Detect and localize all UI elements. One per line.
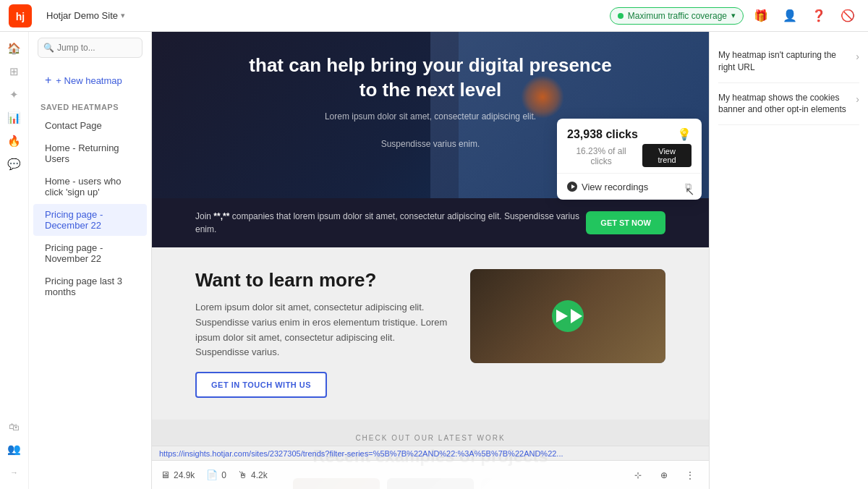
website-preview: that can help bring your digital presenc… [152,32,709,489]
play-icon [567,182,577,192]
page-icon: 📄 [206,469,218,480]
content-area: that can help bring your digital presenc… [152,32,709,489]
right-panel-item-2[interactable]: My heatmap shows the cookies banner and … [718,83,859,126]
url-text: https://insights.hotjar.com/sites/232730… [159,449,563,458]
cursor-tool[interactable]: ⊹ [628,465,648,485]
play-triangle [556,310,568,323]
user-icon[interactable]: 👤 [778,4,801,27]
hero-subtitle-2: Suspendisse varius enim. [381,139,480,149]
main-area: 🏠 ⊞ ✦ 📊 🔥 💬 🛍 👥 → 🔍 + [0,32,868,489]
nav-grid-icon[interactable]: ⊞ [4,61,25,82]
site-selector-chevron: ▾ [121,11,125,20]
contact-button[interactable]: GET IN TOUCH WITH US [195,372,327,398]
nav-chart-icon[interactable]: 📊 [4,107,25,129]
bottom-bar: 🖥 24.9k 📄 0 🖱 4.2k ⊹ ⊕ ⋮ [152,460,709,489]
sidebar-item-pricing-dec[interactable]: Pricing page - December 22 [33,204,147,236]
page-count: 0 [221,470,226,480]
nav-expand-icon[interactable]: → [4,462,25,483]
site-name: Hotjar Demo Site [46,10,118,21]
cta-get-started-button[interactable]: GET ST NOW [586,211,665,234]
sidebar-section-title: Saved heatmaps [29,97,151,114]
video-play-button[interactable] [552,300,584,332]
lightbulb-icon: 💡 [677,127,692,141]
join-text: Join **,** companies that lorem ipsum do… [195,210,586,236]
learn-more-body: Lorem ipsum dolor sit amet, consectetur … [195,300,448,360]
right-panel-chevron-2: › [856,93,859,105]
search-icon: 🔍 [43,43,54,53]
nav-person-icon[interactable]: 👥 [4,438,25,460]
site-selector[interactable]: Hotjar Demo Site ▾ [41,7,131,24]
learn-more-section: Want to learn more? Lorem ipsum dolor si… [152,247,709,420]
side-icons: 🏠 ⊞ ✦ 📊 🔥 💬 🛍 👥 → [0,32,29,489]
new-heatmap-label: + New heatmap [56,75,122,86]
gift-icon[interactable]: 🎁 [749,4,773,27]
click-stat: 🖱 4.2k [238,469,268,480]
nav-bag-icon[interactable]: 🛍 [4,415,25,437]
top-bar-right: Maximum traffic coverage ▾ 🎁 👤 ❓ 🚫 [610,4,859,27]
bottom-tools: ⊹ ⊕ ⋮ [628,465,700,485]
new-heatmap-button[interactable]: + + New heatmap [38,69,142,91]
status-label: Maximum traffic coverage [628,11,727,21]
hero-section: that can help bring your digital presenc… [152,32,709,198]
view-recordings-text: View recordings [567,182,648,192]
view-trend-button[interactable]: View trend [642,144,692,167]
top-bar: hj Hotjar Demo Site ▾ Maximum traffic co… [0,0,868,32]
side-list: 🔍 + + New heatmap Saved heatmaps Contact… [29,32,151,489]
hotjar-logo: hj [9,4,32,27]
status-dot [618,13,624,19]
nav-home-icon[interactable]: 🏠 [4,38,25,59]
hero-title: that can help bring your digital presenc… [239,54,622,103]
sidebar-item-pricing-3months[interactable]: Pricing page last 3 months [33,271,147,302]
popup-clicks-percent: 16.23% of all clicks [567,146,635,166]
monitor-stat: 🖥 24.9k [161,469,195,480]
right-panel: My heatmap isn't capturing the right URL… [709,32,868,489]
help-icon[interactable]: ❓ [807,4,830,27]
url-bar: https://insights.hotjar.com/sites/232730… [152,446,709,460]
nav-heatmap-icon[interactable]: 🔥 [4,130,25,152]
sidebar-item-contact[interactable]: Contact Page [33,115,147,136]
learn-more-text: Want to learn more? Lorem ipsum dolor si… [195,269,448,398]
sidebar-item-home-returning[interactable]: Home - Returning Users [33,137,147,169]
click-count: 4.2k [251,470,268,480]
monitor-count: 24.9k [174,470,195,480]
sidebar-item-pricing-nov[interactable]: Pricing page - November 22 [33,237,147,269]
status-badge[interactable]: Maximum traffic coverage ▾ [610,7,744,25]
click-icon: 🖱 [238,469,247,480]
popup-clicks-count: 23,938 clicks [567,128,638,141]
sidebar: 🏠 ⊞ ✦ 📊 🔥 💬 🛍 👥 → 🔍 + [0,32,152,489]
logo-area: hj [9,4,32,27]
right-panel-item-1[interactable]: My heatmap isn't capturing the right URL… [718,41,859,83]
svg-text:hj: hj [16,11,25,22]
join-section: Join **,** companies that lorem ipsum do… [152,198,709,247]
page-stat: 📄 0 [206,469,226,480]
crosshair-tool[interactable]: ⊕ [654,465,674,485]
nav-star-icon[interactable]: ✦ [4,84,25,106]
sidebar-item-home-signup[interactable]: Home - users who click 'sign up' [33,171,147,203]
popup-header: 23,938 clicks 💡 16.23% of all clicks Vie… [557,119,702,173]
heatmap-popup: 23,938 clicks 💡 16.23% of all clicks Vie… [557,119,702,200]
learn-more-title: Want to learn more? [195,269,448,292]
more-tool[interactable]: ⋮ [680,465,700,485]
view-recordings-row[interactable]: View recordings ⧉ [557,174,702,200]
nav-chat-icon[interactable]: 💬 [4,153,25,175]
new-heatmap-plus-icon: + [45,74,51,87]
sidebar-search-wrapper: 🔍 [38,38,142,58]
video-thumbnail[interactable] [470,269,665,363]
right-panel-text-2: My heatmap shows the cookies banner and … [718,92,850,116]
cursor-indicator: ↖ [685,184,694,198]
projects-eyebrow: CHECK OUT OUR LATEST WORK [195,434,665,442]
right-panel-text-1: My heatmap isn't capturing the right URL [718,49,850,74]
monitor-icon: 🖥 [161,469,170,480]
right-panel-chevron-1: › [856,51,859,62]
status-chevron: ▾ [731,11,736,20]
popup-stats: 23,938 clicks 💡 16.23% of all clicks Vie… [567,127,692,167]
hero-subtitle-1: Lorem ipsum dolor sit amet, consectetur … [325,111,536,122]
block-icon[interactable]: 🚫 [836,4,859,27]
